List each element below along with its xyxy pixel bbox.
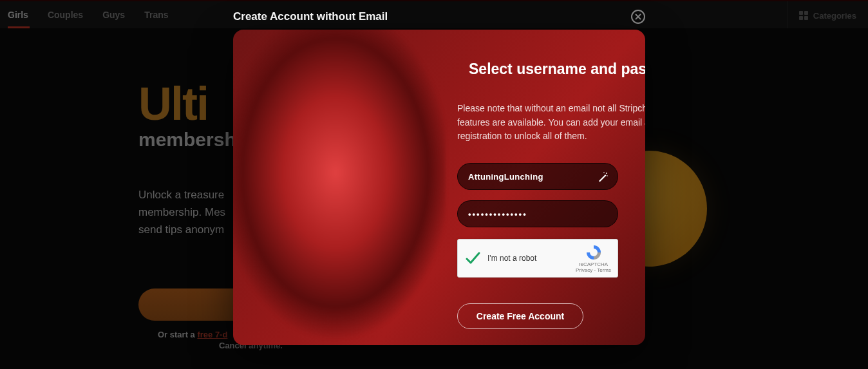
svg-point-4 <box>607 175 608 176</box>
create-account-button[interactable]: Create Free Account <box>457 303 583 329</box>
email-note: Please note that without an email not al… <box>457 102 645 144</box>
modal-image-panel <box>233 30 433 345</box>
recaptcha-label: reCAPTCHA <box>579 261 608 267</box>
modal-form-panel: Select username and password Please note… <box>433 30 645 345</box>
svg-point-3 <box>603 172 605 173</box>
recaptcha-logo-icon <box>585 243 603 261</box>
recaptcha-widget[interactable]: I'm not a robot reCAPTCHA Privacy - Term… <box>457 239 618 278</box>
recaptcha-checkmark-icon <box>464 250 481 267</box>
step-title: Select username and password <box>469 61 645 78</box>
close-button[interactable] <box>631 10 645 24</box>
password-input[interactable] <box>468 209 607 219</box>
password-field-wrapper <box>457 200 618 227</box>
modal-title: Create Account without Email <box>233 10 388 23</box>
username-input[interactable] <box>468 172 607 182</box>
svg-point-2 <box>606 173 607 174</box>
step-header: Select username and password <box>457 54 645 84</box>
recaptcha-brand: reCAPTCHA Privacy - Terms <box>576 243 611 273</box>
username-field-wrapper <box>457 163 618 190</box>
recaptcha-text: I'm not a robot <box>487 254 569 263</box>
model-image <box>233 30 446 345</box>
modal-header: Create Account without Email <box>233 5 645 28</box>
signup-modal: Select username and password Please note… <box>233 30 645 345</box>
magic-wand-icon[interactable] <box>597 171 609 183</box>
recaptcha-terms[interactable]: Privacy - Terms <box>576 267 611 273</box>
close-icon <box>635 14 641 20</box>
